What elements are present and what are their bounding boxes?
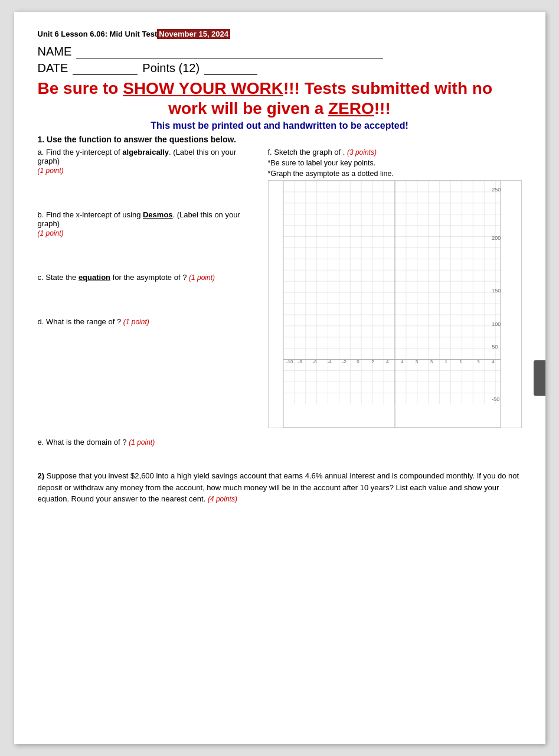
show-work-prefix: Be sure to bbox=[38, 79, 123, 97]
date-label: DATE bbox=[38, 61, 68, 75]
q2-points: (4 points) bbox=[208, 495, 237, 503]
svg-text:3: 3 bbox=[415, 359, 418, 364]
graph-note-2: *Graph the asymptote as a dotted line. bbox=[268, 170, 522, 178]
show-work-line2-suffix: !!! bbox=[374, 99, 391, 118]
svg-text:3: 3 bbox=[477, 359, 480, 364]
page: Unit 6 Lesson 6.06: Mid Unit TestNovembe… bbox=[14, 12, 545, 744]
svg-text:4: 4 bbox=[400, 359, 403, 364]
show-work-line2: work will be given a ZERO!!! bbox=[38, 99, 522, 119]
svg-text:-10: -10 bbox=[286, 359, 293, 364]
svg-text:1: 1 bbox=[444, 359, 447, 364]
part-c: c. State the equation for the asymptote … bbox=[38, 273, 256, 282]
right-column: f. Sketch the graph of . (3 points) *Be … bbox=[268, 148, 522, 428]
svg-text:4: 4 bbox=[492, 359, 495, 364]
desmos-bold: Desmos bbox=[143, 210, 173, 219]
scrollbar[interactable] bbox=[534, 360, 545, 396]
part-b: b. Find the x-intercept of using Desmos.… bbox=[38, 210, 256, 237]
q2-text: Suppose that you invest $2,600 into a hi… bbox=[38, 471, 519, 503]
show-work-underline: SHOW YOUR WORK bbox=[123, 79, 283, 97]
points-input-line bbox=[204, 61, 257, 75]
part-a: a. Find the y-intercept of algebraically… bbox=[38, 148, 256, 175]
name-label: NAME bbox=[38, 45, 72, 58]
svg-text:50: 50 bbox=[492, 344, 498, 350]
left-column: a. Find the y-intercept of algebraically… bbox=[38, 148, 256, 428]
question1-header: 1. Use the function to answer the questi… bbox=[38, 135, 522, 144]
part-b-points: (1 point) bbox=[38, 229, 256, 237]
show-work-line1: Be sure to SHOW YOUR WORK!!! Tests submi… bbox=[38, 79, 522, 99]
svg-text:200: 200 bbox=[492, 235, 501, 241]
printed-notice: This must be printed out and handwritten… bbox=[38, 120, 522, 131]
graph-area: 250 200 150 100 50 -10 -8 -6 -4 -2 0 2 4… bbox=[268, 180, 522, 428]
points-label: Points (12) bbox=[142, 61, 200, 75]
course-title: Unit 6 Lesson 6.06: Mid Unit Test bbox=[38, 30, 158, 38]
name-input-line bbox=[76, 44, 383, 58]
svg-text:150: 150 bbox=[492, 288, 501, 294]
svg-text:-4: -4 bbox=[327, 359, 332, 364]
zero-underline: ZERO bbox=[328, 99, 374, 118]
content-area: a. Find the y-intercept of algebraically… bbox=[38, 148, 522, 428]
date-highlight: November 15, 2024 bbox=[157, 29, 230, 39]
part-d-label: d. What is the range of ? (1 point) bbox=[38, 317, 256, 326]
svg-text:-2: -2 bbox=[342, 359, 346, 364]
part-f-points: (3 points) bbox=[347, 148, 377, 157]
part-e: e. What is the domain of ? (1 point) bbox=[38, 438, 522, 447]
date-input-line bbox=[73, 61, 138, 75]
part-d-points: (1 point) bbox=[123, 318, 149, 326]
q1-text: Use the function to answer the questions… bbox=[47, 135, 236, 144]
part-c-label: c. State the equation for the asymptote … bbox=[38, 273, 256, 282]
q2-number: 2) bbox=[38, 471, 45, 480]
part-b-label: b. Find the x-intercept of using Desmos.… bbox=[38, 210, 256, 228]
part-a-label: a. Find the y-intercept of algebraically… bbox=[38, 148, 256, 165]
svg-text:0: 0 bbox=[357, 359, 359, 364]
part-e-points: (1 point) bbox=[129, 438, 155, 447]
show-work-suffix: !!! Tests submitted with no bbox=[283, 79, 492, 97]
graph-svg: 250 200 150 100 50 -10 -8 -6 -4 -2 0 2 4… bbox=[269, 181, 521, 428]
part-a-letter: a. Find the y-intercept of algebraically… bbox=[38, 148, 237, 165]
svg-text:-50: -50 bbox=[492, 396, 499, 402]
equation-bold: equation bbox=[79, 273, 110, 282]
part-c-points: (1 point) bbox=[189, 273, 215, 282]
q1-number: 1. bbox=[38, 135, 45, 144]
question2: 2) Suppose that you invest $2,600 into a… bbox=[38, 470, 522, 505]
svg-text:-8: -8 bbox=[298, 359, 302, 364]
part-a-bold: algebraically bbox=[122, 148, 169, 157]
svg-text:250: 250 bbox=[492, 187, 501, 193]
graph-note-1: *Be sure to label your key points. bbox=[268, 159, 522, 167]
svg-text:3: 3 bbox=[430, 359, 433, 364]
part-d: d. What is the range of ? (1 point) bbox=[38, 317, 256, 326]
header: Unit 6 Lesson 6.06: Mid Unit TestNovembe… bbox=[38, 30, 522, 38]
svg-text:4: 4 bbox=[386, 359, 389, 364]
svg-text:100: 100 bbox=[492, 321, 501, 327]
svg-text:2: 2 bbox=[371, 359, 374, 364]
name-row: NAME bbox=[38, 44, 522, 58]
svg-text:-6: -6 bbox=[312, 359, 317, 364]
part-a-points: (1 point) bbox=[38, 167, 256, 175]
show-work-line2-prefix: work will be given a bbox=[168, 99, 328, 118]
date-row: DATE Points (12) bbox=[38, 61, 522, 75]
part-f-label: f. Sketch the graph of . (3 points) bbox=[268, 148, 522, 157]
svg-text:1: 1 bbox=[459, 359, 462, 364]
